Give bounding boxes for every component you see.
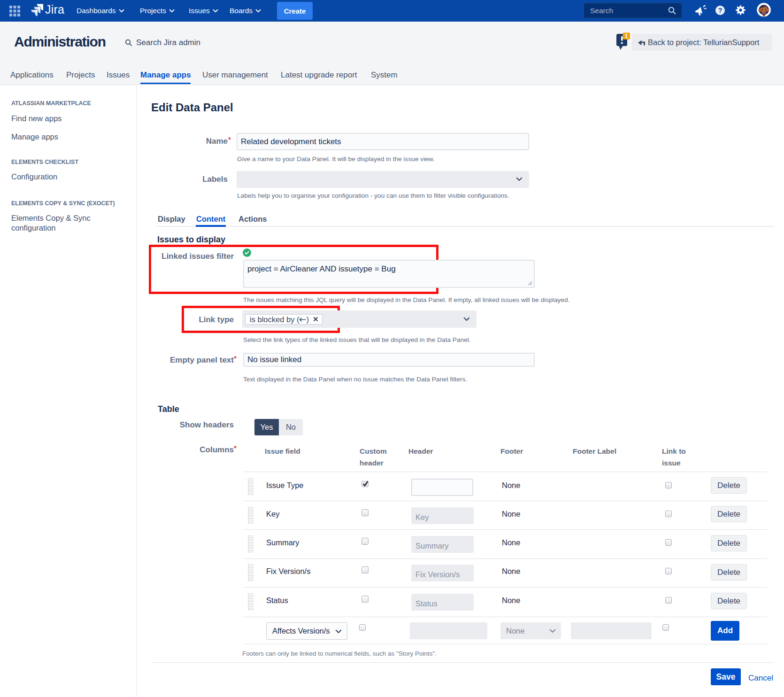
svg-text:1: 1 — [625, 33, 628, 39]
